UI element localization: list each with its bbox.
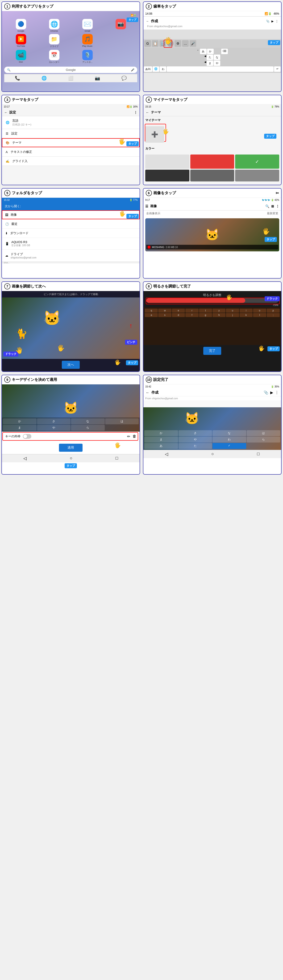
- settings-back[interactable]: ←: [4, 111, 8, 115]
- next-open-label: 次から開く:: [5, 204, 21, 208]
- file-item-image[interactable]: 🖼 画像 🖐 タップ: [2, 210, 140, 220]
- attach-icon[interactable]: 📎: [266, 20, 270, 23]
- nav-home[interactable]: ⬜: [68, 76, 73, 81]
- theme-color-4[interactable]: [145, 170, 190, 181]
- app-playmusic[interactable]: 🎵 Play Music: [72, 34, 103, 48]
- hand-cursor-7b: 🖐: [16, 347, 23, 354]
- settings-item-glide[interactable]: ✍ グライド入: [2, 157, 140, 166]
- moshing-label: MOSHING: [152, 246, 164, 248]
- google-search-bar[interactable]: 🔍 Google 🎤: [4, 67, 137, 73]
- app-duo[interactable]: 📹 Duo: [5, 50, 36, 64]
- all-images-label[interactable]: 全画像表示: [146, 212, 160, 215]
- app-gmail[interactable]: ✉️ Gmail: [72, 19, 103, 32]
- file-item-download[interactable]: ⬇ ダウンロード: [2, 229, 140, 238]
- key-ya[interactable]: や: [213, 60, 220, 66]
- more-icon[interactable]: ▶: [272, 20, 274, 23]
- apply-button[interactable]: 適用: [59, 444, 82, 452]
- c-attach[interactable]: 📎: [264, 390, 269, 395]
- add-theme-button[interactable]: ➕ 🖐: [145, 126, 164, 143]
- next-button[interactable]: 次へ: [62, 361, 80, 369]
- kb-icon-2[interactable]: 📋: [152, 40, 158, 47]
- panel-8: 8 明るさを調節して完了 明るさを調整 75% ドラック 🖐: [143, 282, 281, 372]
- nav-camera[interactable]: 📷: [95, 76, 100, 81]
- moshing-size: 2.60 MB 10: [166, 246, 178, 248]
- app-calendar[interactable]: 📅 カレンダー: [38, 50, 70, 64]
- back-icon[interactable]: ←: [146, 20, 149, 23]
- kb-icon-5[interactable]: ⚙: [174, 40, 181, 47]
- key-na[interactable]: な: [213, 54, 220, 60]
- tap-badge-3: タップ: [126, 141, 139, 146]
- next-btn-area: 次へ 🖐 タップ: [2, 359, 140, 371]
- theme-bar: ← テーマ: [143, 109, 281, 116]
- img-more-icon[interactable]: ⋮: [276, 204, 279, 208]
- nav-recent-10[interactable]: □: [257, 452, 260, 457]
- app-chrome[interactable]: 🌐 Chrome: [38, 19, 70, 32]
- ck-ha: は: [247, 430, 280, 436]
- nav-msg[interactable]: 💬: [122, 76, 126, 81]
- kb-icon-6[interactable]: …: [182, 40, 189, 47]
- nav-recent-9[interactable]: □: [115, 456, 118, 461]
- c-overflow[interactable]: ⋮: [275, 390, 279, 395]
- img-search-icon[interactable]: 🔍: [265, 204, 269, 208]
- kp-u: u: [226, 309, 239, 313]
- key-space[interactable]: [167, 67, 274, 72]
- app-tap-area[interactable]: 📷 タップ: [105, 19, 136, 32]
- theme-color-1[interactable]: [145, 154, 190, 169]
- complete-back[interactable]: ←: [146, 391, 150, 395]
- config-icon: ☰: [6, 132, 8, 135]
- nav-back-10[interactable]: ◁: [165, 452, 168, 457]
- theme-color-3[interactable]: ✓: [235, 154, 279, 169]
- key-small[interactable]: あ01: [144, 67, 152, 72]
- latest-label[interactable]: 最新変更: [267, 212, 278, 215]
- ck-ka: か: [144, 430, 178, 436]
- img-grid-icon[interactable]: ⊞: [271, 204, 274, 208]
- settings-item-theme[interactable]: 🎨 テーマ 🖐 タップ: [2, 138, 140, 148]
- file-item-drive[interactable]: ☁ ドライブ shigotochou@gmail.com: [2, 250, 140, 261]
- key-wa[interactable]: わ: [160, 67, 166, 72]
- nav-phone[interactable]: 📞: [15, 76, 20, 81]
- hand-cursor-9: 🖐: [114, 442, 121, 449]
- theme-time: 15:15: [145, 105, 151, 108]
- app-google[interactable]: 🔵 Google: [5, 19, 36, 32]
- c-more[interactable]: ▶: [270, 390, 273, 395]
- kb-icon-1[interactable]: G: [144, 40, 151, 47]
- complete-button[interactable]: 完了: [203, 347, 221, 355]
- key-a[interactable]: あ: [200, 49, 207, 54]
- nav-home-9[interactable]: ○: [70, 456, 73, 461]
- app-assistant[interactable]: 🎙️ アシスタ...: [72, 50, 103, 64]
- panel-6-header: 6 画像をタップ ✂: [143, 189, 281, 198]
- wallpaper-preview[interactable]: 🐱 🐈 ↑ ピンチ ドラック 🖐 🖐: [2, 298, 140, 359]
- ko-ra: ら: [71, 425, 105, 431]
- key-ma[interactable]: ま: [207, 60, 213, 66]
- key-globe[interactable]: 🌐: [153, 67, 159, 72]
- aquos-label: AQUOS R3: [11, 240, 30, 244]
- nav-chrome[interactable]: 🌐: [41, 76, 47, 81]
- app-youtube[interactable]: ▶️ YouTube: [5, 34, 36, 48]
- key-ta[interactable]: た: [207, 54, 213, 60]
- settings-item-language[interactable]: 🌐 言語 日本語 (12 キー): [2, 116, 140, 129]
- file-item-aquos[interactable]: 📱 AQUOS R3 空き容量: 105 GB: [2, 238, 140, 250]
- kb-back-key[interactable]: ←: [197, 49, 199, 54]
- key-del[interactable]: ⌫: [221, 49, 228, 54]
- nav-back-9[interactable]: ◁: [23, 456, 27, 461]
- settings-menu[interactable]: ⋮: [134, 111, 137, 115]
- brightness-track[interactable]: [146, 298, 278, 303]
- theme-back[interactable]: ←: [146, 111, 149, 115]
- key-ka[interactable]: か: [207, 49, 213, 54]
- theme-color-6[interactable]: [235, 170, 279, 181]
- theme-color-5[interactable]: [190, 170, 234, 181]
- settings-item-textfix[interactable]: A テキストの修正: [2, 148, 140, 157]
- ck-ok[interactable]: ✓: [212, 443, 246, 449]
- kb-icon-7[interactable]: 🎤: [190, 40, 196, 47]
- img-menu-icon[interactable]: ☰: [145, 204, 149, 208]
- hand-cursor-8b: 🖐: [258, 345, 265, 352]
- key-enter[interactable]: ↵: [274, 67, 281, 72]
- panel-3-header: 3 テーマをタップ: [2, 95, 140, 104]
- theme-color-2[interactable]: [190, 154, 234, 169]
- c-body[interactable]: [143, 400, 281, 407]
- settings-item-config[interactable]: ☰ 設定: [2, 129, 140, 138]
- app-drive[interactable]: 📁 ドライブ: [38, 34, 70, 48]
- file-item-recent[interactable]: 🕐 最近: [2, 220, 140, 229]
- overflow-icon[interactable]: ⋮: [275, 20, 278, 23]
- nav-home-10[interactable]: ○: [211, 452, 214, 457]
